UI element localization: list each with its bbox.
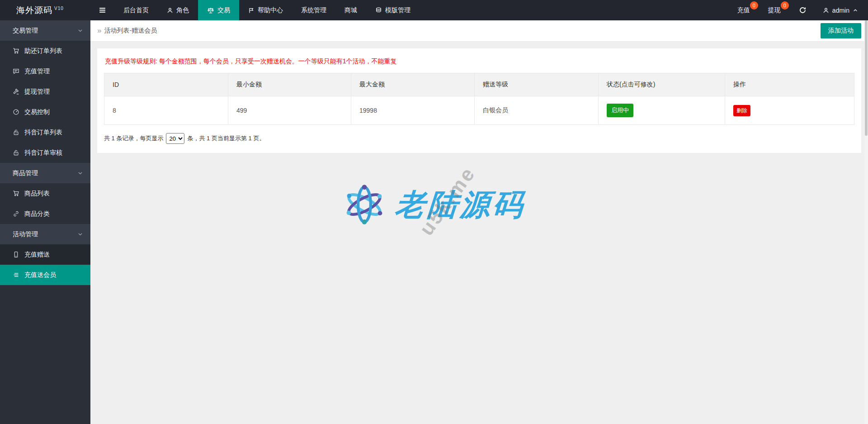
admin-page: 海外源码 V10 后台首页 角色 交易 [0, 0, 868, 424]
pagination: 共 1 条记录，每页显示 20 条，共 1 页当前显示第 1 页。 [104, 133, 854, 144]
user-menu[interactable]: admin [816, 0, 868, 20]
nav-item-label: 角色 [176, 6, 189, 14]
chevron-down-icon [77, 28, 83, 33]
pagination-prefix: 共 1 条记录，每页显示 [104, 134, 163, 143]
chevron-down-icon [77, 170, 83, 176]
sidebar-item-product-category[interactable]: 商品分类 [0, 204, 90, 224]
nav-item-home[interactable]: 后台首页 [114, 0, 158, 20]
sidebar-item-withdraw-mgmt[interactable]: 提现管理 [0, 81, 90, 102]
sidebar: 交易管理 助还订单列表 充值管理 提现管理 [0, 20, 90, 424]
breadcrumb: » 活动列表-赠送会员 [97, 26, 157, 35]
col-header-status: 状态(点击可修改) [599, 73, 725, 96]
activity-table: ID 最小金额 最大金额 赠送等级 状态(点击可修改) 操作 8 499 199… [104, 73, 854, 125]
cell-id: 8 [104, 96, 228, 125]
refresh-button[interactable] [790, 0, 816, 20]
nav-item-label: 帮助中心 [258, 6, 283, 14]
cell-status: 启用中 [599, 96, 725, 125]
nav-item-label: 模版管理 [385, 6, 410, 14]
sidebar-item-label: 提现管理 [24, 88, 50, 96]
menu-toggle-button[interactable] [90, 0, 114, 20]
topbar-nav: 后台首页 角色 交易 帮助中心 系统管理 [114, 0, 420, 20]
nav-item-label: 商城 [344, 6, 357, 14]
lock-icon [13, 149, 19, 156]
cart-icon [13, 190, 19, 197]
topbar-actions: 充值 0 提现 0 admin [728, 0, 868, 20]
col-header-id: ID [104, 73, 228, 96]
sidebar-group-trade-mgmt[interactable]: 交易管理 [0, 20, 90, 41]
table-header-row: ID 最小金额 最大金额 赠送等级 状态(点击可修改) 操作 [104, 73, 854, 96]
col-header-min-amount: 最小金额 [228, 73, 351, 96]
cell-gift-level: 白银会员 [475, 96, 599, 125]
sidebar-group-activity-mgmt[interactable]: 活动管理 [0, 224, 90, 244]
list-icon [13, 272, 19, 278]
cart-icon [13, 48, 19, 54]
nav-item-label: 交易 [217, 6, 230, 14]
nav-item-label: 后台首页 [123, 6, 149, 14]
recharge-button[interactable]: 充值 0 [728, 0, 759, 20]
col-header-gift-level: 赠送等级 [475, 73, 599, 96]
rule-notice: 充值升级等级规则: 每个金额范围，每个会员，只享受一次赠送机会。一个等级只能有1… [104, 57, 854, 73]
activity-card: 充值升级等级规则: 每个金额范围，每个会员，只享受一次赠送机会。一个等级只能有1… [97, 48, 861, 153]
page-size-select[interactable]: 20 [166, 133, 184, 144]
sidebar-group-product-mgmt[interactable]: 商品管理 [0, 163, 90, 183]
withdraw-label: 提现 [768, 6, 781, 14]
delete-button[interactable]: 删除 [733, 105, 750, 116]
sidebar-item-label: 商品列表 [24, 190, 50, 198]
sidebar-item-product-list[interactable]: 商品列表 [0, 183, 90, 204]
nav-item-templates[interactable]: 模版管理 [366, 0, 420, 20]
user-icon [823, 7, 829, 14]
sidebar-item-recharge-member[interactable]: 充值送会员 [0, 265, 90, 285]
lock-icon [13, 129, 19, 136]
nav-item-label: 系统管理 [301, 6, 326, 14]
recharge-label: 充值 [737, 6, 750, 14]
cell-max-amount: 19998 [351, 96, 475, 125]
col-header-max-amount: 最大金额 [351, 73, 475, 96]
sidebar-group-label: 商品管理 [13, 169, 38, 177]
sidebar-item-repay-orders[interactable]: 助还订单列表 [0, 41, 90, 61]
user-icon [167, 7, 173, 14]
double-angle-icon: » [97, 26, 100, 35]
sidebar-item-label: 抖音订单审核 [24, 149, 62, 157]
main-content: » 活动列表-赠送会员 添加活动 充值升级等级规则: 每个金额范围，每个会员，只… [90, 20, 868, 424]
breadcrumb-bar: » 活动列表-赠送会员 添加活动 [90, 20, 868, 42]
sidebar-item-label: 充值管理 [24, 67, 50, 76]
scrollbar-thumb[interactable] [865, 20, 868, 136]
scales-icon [207, 7, 214, 14]
layers-icon [375, 7, 382, 14]
flag-icon [248, 7, 255, 14]
app-logo-text: 海外源码 [16, 5, 52, 16]
nav-item-roles[interactable]: 角色 [158, 0, 198, 20]
pagination-suffix: 条，共 1 页当前显示第 1 页。 [187, 134, 265, 143]
page-title: 活动列表-赠送会员 [104, 27, 157, 35]
sidebar-item-label: 充值赠送 [24, 251, 50, 259]
sidebar-item-recharge-mgmt[interactable]: 充值管理 [0, 61, 90, 81]
gauge-icon [13, 109, 19, 115]
sidebar-item-douyin-review[interactable]: 抖音订单审核 [0, 143, 90, 163]
sidebar-item-trade-control[interactable]: 交易控制 [0, 102, 90, 122]
col-header-actions: 操作 [725, 73, 854, 96]
add-activity-button[interactable]: 添加活动 [821, 23, 861, 38]
topbar: 海外源码 V10 后台首页 角色 交易 [0, 0, 868, 20]
sidebar-item-recharge-gift[interactable]: 充值赠送 [0, 244, 90, 265]
cell-actions: 删除 [725, 96, 854, 125]
username: admin [832, 7, 849, 14]
vertical-scrollbar[interactable] [864, 20, 868, 424]
chevron-up-icon [853, 8, 858, 13]
nav-item-system[interactable]: 系统管理 [292, 0, 335, 20]
refresh-icon [799, 6, 807, 14]
withdraw-button[interactable]: 提现 0 [759, 0, 790, 20]
link-icon [13, 210, 19, 217]
nav-item-trade[interactable]: 交易 [198, 0, 239, 20]
nav-item-mall[interactable]: 商城 [335, 0, 366, 20]
nav-item-help[interactable]: 帮助中心 [239, 0, 292, 20]
sidebar-item-douyin-orders[interactable]: 抖音订单列表 [0, 122, 90, 143]
recharge-badge: 0 [750, 1, 758, 10]
app-logo: 海外源码 V10 [0, 0, 90, 20]
sidebar-group-label: 交易管理 [13, 27, 38, 35]
sidebar-group-label: 活动管理 [13, 230, 38, 238]
app-logo-version: V10 [54, 6, 64, 11]
gavel-icon [13, 88, 19, 95]
sidebar-item-label: 抖音订单列表 [24, 129, 62, 137]
sidebar-item-label: 交易控制 [24, 108, 50, 116]
status-toggle-button[interactable]: 启用中 [607, 104, 633, 117]
